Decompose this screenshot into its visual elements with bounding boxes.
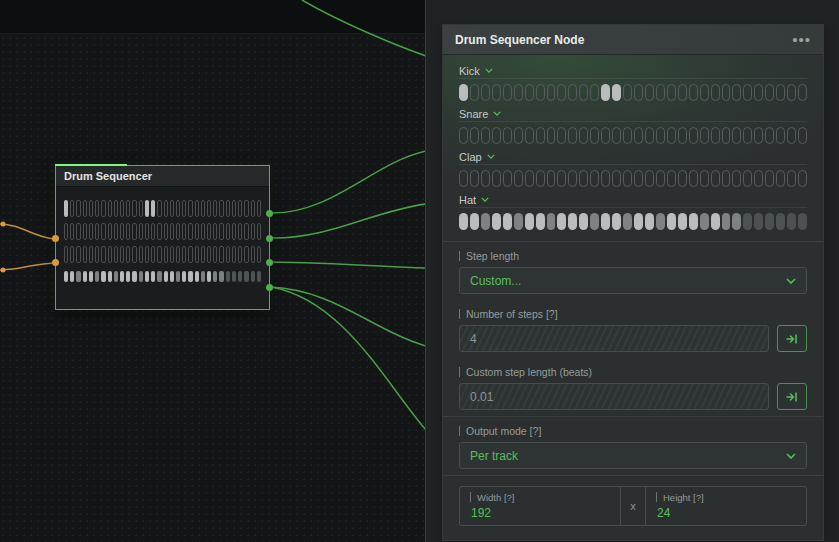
step-cell[interactable] xyxy=(244,271,248,282)
step-cell[interactable] xyxy=(525,84,534,101)
step-cell[interactable] xyxy=(547,213,556,230)
step-cell[interactable] xyxy=(238,246,242,263)
step-cell[interactable] xyxy=(232,200,236,217)
step-cell[interactable] xyxy=(126,223,130,240)
step-cell[interactable] xyxy=(470,127,479,144)
step-cell[interactable] xyxy=(579,84,588,101)
step-cell[interactable] xyxy=(95,200,99,217)
step-cell[interactable] xyxy=(145,200,149,217)
step-cell[interactable] xyxy=(514,213,523,230)
step-cell[interactable] xyxy=(503,213,512,230)
step-cell[interactable] xyxy=(157,271,161,282)
step-cell[interactable] xyxy=(459,213,468,230)
step-cell[interactable] xyxy=(89,246,93,263)
apply-number-of-steps-button[interactable] xyxy=(777,325,807,352)
step-cell[interactable] xyxy=(182,200,186,217)
step-cell[interactable] xyxy=(244,246,248,263)
step-cell[interactable] xyxy=(601,213,610,230)
node-header[interactable]: Drum Sequencer xyxy=(56,166,269,187)
step-cell[interactable] xyxy=(257,246,261,263)
node-editor-canvas[interactable]: Drum Sequencer xyxy=(0,0,425,542)
step-cell[interactable] xyxy=(645,127,654,144)
step-cell[interactable] xyxy=(459,170,468,187)
step-cell[interactable] xyxy=(514,170,523,187)
step-cell[interactable] xyxy=(579,127,588,144)
step-cell[interactable] xyxy=(754,84,763,101)
step-cell[interactable] xyxy=(70,271,74,282)
output-port-3[interactable] xyxy=(266,259,273,266)
step-cell[interactable] xyxy=(492,170,501,187)
track-header[interactable]: Clap xyxy=(459,149,807,165)
step-cell[interactable] xyxy=(798,213,807,230)
step-cell[interactable] xyxy=(557,213,566,230)
step-cell[interactable] xyxy=(700,213,709,230)
step-cell[interactable] xyxy=(251,200,255,217)
step-cell[interactable] xyxy=(145,223,149,240)
step-cell[interactable] xyxy=(145,271,149,282)
step-cell[interactable] xyxy=(765,84,774,101)
drum-sequencer-node[interactable]: Drum Sequencer xyxy=(55,165,270,310)
step-cell[interactable] xyxy=(470,170,479,187)
step-cell[interactable] xyxy=(667,213,676,230)
step-cell[interactable] xyxy=(612,84,621,101)
step-cell[interactable] xyxy=(765,213,774,230)
step-cell[interactable] xyxy=(678,170,687,187)
step-cell[interactable] xyxy=(213,223,217,240)
step-cell[interactable] xyxy=(536,84,545,101)
step-cell[interactable] xyxy=(70,223,74,240)
step-cell[interactable] xyxy=(798,127,807,144)
step-cell[interactable] xyxy=(207,223,211,240)
step-cell[interactable] xyxy=(678,84,687,101)
step-cell[interactable] xyxy=(101,271,105,282)
step-cell[interactable] xyxy=(76,246,80,263)
step-cell[interactable] xyxy=(634,127,643,144)
number-of-steps-input[interactable] xyxy=(459,325,769,352)
step-cell[interactable] xyxy=(232,271,236,282)
step-cell[interactable] xyxy=(126,246,130,263)
step-cell[interactable] xyxy=(459,127,468,144)
step-cell[interactable] xyxy=(108,271,112,282)
step-cell[interactable] xyxy=(798,170,807,187)
step-cell[interactable] xyxy=(722,170,731,187)
step-cell[interactable] xyxy=(114,223,118,240)
step-cell[interactable] xyxy=(514,127,523,144)
output-port-1[interactable] xyxy=(266,210,273,217)
step-cell[interactable] xyxy=(139,246,143,263)
step-cell[interactable] xyxy=(83,271,87,282)
step-cell[interactable] xyxy=(557,127,566,144)
step-cell[interactable] xyxy=(226,271,230,282)
step-cell[interactable] xyxy=(170,271,174,282)
step-length-dropdown[interactable]: Custom... xyxy=(459,267,807,294)
step-cell[interactable] xyxy=(634,170,643,187)
step-cell[interactable] xyxy=(557,84,566,101)
step-cell[interactable] xyxy=(525,127,534,144)
step-cell[interactable] xyxy=(568,170,577,187)
step-cell[interactable] xyxy=(89,271,93,282)
step-cell[interactable] xyxy=(207,271,211,282)
step-cell[interactable] xyxy=(754,170,763,187)
step-cell[interactable] xyxy=(787,213,796,230)
step-cell[interactable] xyxy=(126,271,130,282)
step-cell[interactable] xyxy=(114,200,118,217)
step-cell[interactable] xyxy=(164,271,168,282)
step-cell[interactable] xyxy=(547,170,556,187)
step-cell[interactable] xyxy=(568,84,577,101)
step-cell[interactable] xyxy=(83,200,87,217)
output-mode-dropdown[interactable]: Per track xyxy=(459,442,807,469)
step-cell[interactable] xyxy=(590,170,599,187)
step-cell[interactable] xyxy=(232,246,236,263)
step-cell[interactable] xyxy=(787,84,796,101)
step-cell[interactable] xyxy=(108,200,112,217)
step-cell[interactable] xyxy=(743,213,752,230)
step-cell[interactable] xyxy=(238,271,242,282)
input-port-1[interactable] xyxy=(52,235,59,242)
step-cell[interactable] xyxy=(164,200,168,217)
height-input[interactable] xyxy=(656,506,796,521)
step-cell[interactable] xyxy=(101,200,105,217)
step-cell[interactable] xyxy=(251,223,255,240)
step-cell[interactable] xyxy=(213,200,217,217)
step-cell[interactable] xyxy=(568,127,577,144)
step-cell[interactable] xyxy=(623,170,632,187)
step-cell[interactable] xyxy=(722,213,731,230)
step-cell[interactable] xyxy=(787,127,796,144)
